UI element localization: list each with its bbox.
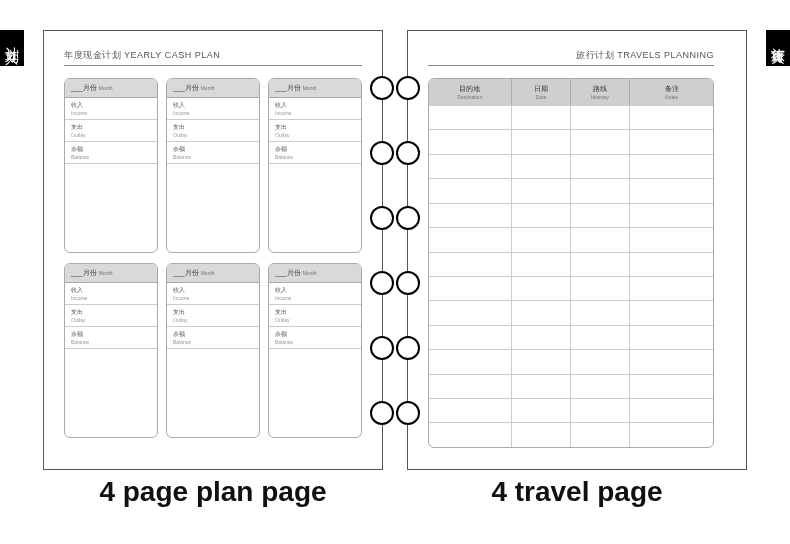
travel-table-cell (630, 130, 713, 153)
travel-table-cell (630, 350, 713, 373)
travel-col-head: 路线Itinerary (571, 79, 630, 105)
plan-card-row: 余额Balance (167, 142, 259, 164)
travel-table-cell (630, 253, 713, 276)
plan-card-fill (167, 164, 259, 252)
plan-card-head: ___月份Month (167, 79, 259, 98)
plan-card-row: 收入Income (65, 98, 157, 120)
plan-card-fill (65, 349, 157, 437)
travel-table-row (429, 203, 713, 227)
pages-container: 年度现金计划 YEARLY CASH PLAN ___月份Month收入Inco… (0, 0, 790, 544)
plan-card-head: ___月份Month (269, 79, 361, 98)
travel-table-cell (512, 350, 571, 373)
travel-caption: 4 travel page (491, 476, 662, 508)
travel-table-cell (429, 179, 512, 202)
binder-ring (370, 401, 394, 425)
plan-month-card: ___月份Month收入Income支出Outlay余额Balance (268, 263, 362, 438)
travel-table-cell (512, 106, 571, 129)
plan-card-row: 收入Income (65, 283, 157, 305)
travel-table-cell (571, 350, 630, 373)
travel-table-body (429, 105, 713, 447)
travel-col-head: 备注Notes (630, 79, 713, 105)
plan-title-cn: 年度现金计划 (64, 50, 121, 60)
plan-card-row: 支出Outlay (269, 120, 361, 142)
travel-table-cell (429, 326, 512, 349)
travel-col-head: 目的地Destination (429, 79, 512, 105)
plan-cards-grid: ___月份Month收入Income支出Outlay余额Balance___月份… (64, 78, 362, 438)
travel-table-cell (571, 130, 630, 153)
plan-card-fill (269, 349, 361, 437)
travel-table-cell (512, 155, 571, 178)
travel-table-row (429, 300, 713, 324)
travel-table-cell (512, 179, 571, 202)
travel-table-cell (571, 253, 630, 276)
binder-ring (370, 336, 394, 360)
travel-table-cell (512, 399, 571, 422)
plan-card-row: 收入Income (167, 98, 259, 120)
travel-table-head: 目的地Destination日期Date路线Itinerary备注Notes (429, 79, 713, 105)
plan-card-row: 余额Balance (269, 327, 361, 349)
plan-card-fill (269, 164, 361, 252)
travel-rings (396, 31, 420, 469)
plan-card-row: 支出Outlay (167, 305, 259, 327)
binder-ring (370, 76, 394, 100)
travel-table-cell (429, 106, 512, 129)
plan-card-row: 余额Balance (269, 142, 361, 164)
travel-table-row (429, 398, 713, 422)
binder-ring (396, 271, 420, 295)
binder-ring (370, 206, 394, 230)
plan-title: 年度现金计划 YEARLY CASH PLAN (64, 49, 362, 66)
travel-table-row (429, 252, 713, 276)
plan-month-card: ___月份Month收入Income支出Outlay余额Balance (166, 263, 260, 438)
travel-table-cell (630, 423, 713, 446)
travel-table-row (429, 422, 713, 446)
travel-table-row (429, 349, 713, 373)
travel-table-cell (630, 179, 713, 202)
binder-ring (370, 271, 394, 295)
plan-card-row: 余额Balance (65, 142, 157, 164)
travel-table-cell (571, 155, 630, 178)
plan-month-card: ___月份Month收入Income支出Outlay余额Balance (64, 78, 158, 253)
travel-table-cell (630, 228, 713, 251)
binder-ring (396, 76, 420, 100)
travel-table-row (429, 105, 713, 129)
travel-table-cell (630, 375, 713, 398)
binder-ring (370, 141, 394, 165)
travel-table-cell (571, 326, 630, 349)
plan-card-row: 支出Outlay (65, 305, 157, 327)
plan-card-row: 支出Outlay (65, 120, 157, 142)
plan-month-card: ___月份Month收入Income支出Outlay余额Balance (268, 78, 362, 253)
travel-title-cn: 旅行计划 (576, 50, 614, 60)
travel-title-en: TRAVELS PLANNING (617, 50, 714, 60)
travel-table-cell (429, 375, 512, 398)
plan-page: 年度现金计划 YEARLY CASH PLAN ___月份Month收入Inco… (43, 30, 383, 470)
travel-table-cell (512, 253, 571, 276)
plan-title-en: YEARLY CASH PLAN (124, 50, 220, 60)
travel-table-cell (630, 301, 713, 324)
travel-table: 目的地Destination日期Date路线Itinerary备注Notes (428, 78, 714, 448)
side-tab-plan: 计划共４页 (0, 30, 24, 66)
travel-table-row (429, 374, 713, 398)
travel-table-cell (571, 301, 630, 324)
travel-table-cell (512, 326, 571, 349)
travel-table-row (429, 227, 713, 251)
travel-table-cell (571, 399, 630, 422)
travel-table-cell (630, 204, 713, 227)
travel-table-cell (429, 399, 512, 422)
plan-card-head: ___月份Month (167, 264, 259, 283)
travel-table-cell (571, 106, 630, 129)
plan-card-row: 余额Balance (65, 327, 157, 349)
binder-ring (396, 401, 420, 425)
plan-page-wrap: 年度现金计划 YEARLY CASH PLAN ___月份Month收入Inco… (43, 30, 383, 544)
travel-table-cell (429, 301, 512, 324)
travel-table-cell (512, 130, 571, 153)
plan-card-fill (65, 164, 157, 252)
plan-card-row: 余额Balance (167, 327, 259, 349)
plan-rings (370, 31, 394, 469)
travel-table-cell (429, 228, 512, 251)
travel-table-cell (571, 277, 630, 300)
travel-table-cell (571, 375, 630, 398)
travel-table-cell (571, 423, 630, 446)
travel-table-cell (512, 375, 571, 398)
plan-card-head: ___月份Month (65, 79, 157, 98)
travel-table-cell (630, 277, 713, 300)
